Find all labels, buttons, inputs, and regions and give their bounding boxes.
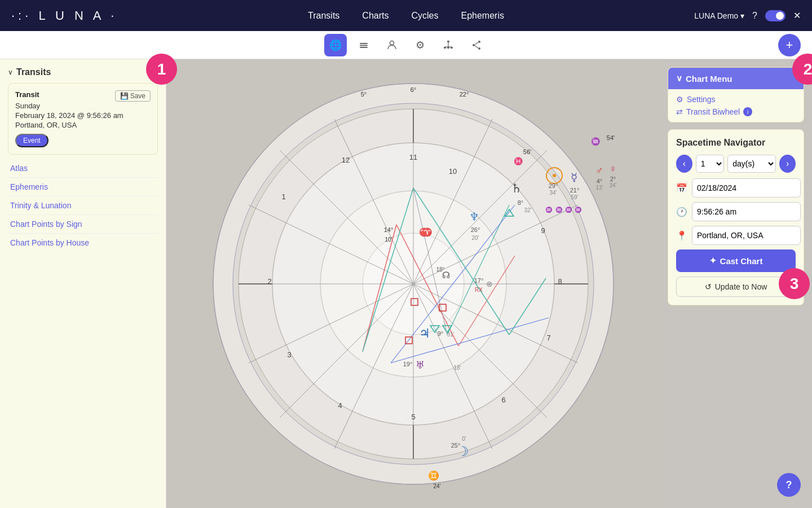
chart-menu-settings[interactable]: ⚙ Settings [676, 95, 796, 104]
panel-link-atlas[interactable]: Atlas [8, 159, 158, 178]
location-input[interactable] [692, 226, 801, 245]
time-input[interactable] [692, 202, 801, 221]
svg-text:♂: ♂ [595, 165, 603, 176]
svg-text:31': 31' [447, 331, 454, 338]
svg-rect-0 [360, 43, 368, 44]
svg-text:7: 7 [546, 334, 550, 342]
chevron-icon: ∨ [8, 68, 13, 76]
svg-text:17°: 17° [474, 277, 483, 284]
svg-text:18°: 18° [436, 266, 444, 273]
settings-icon: ⚙ [676, 95, 683, 104]
chart-area: 11 10 9 8 7 6 5 4 3 2 1 12 6° 22° 5° ♄ 8… [166, 59, 660, 508]
biwheel-info-icon[interactable]: i [743, 107, 752, 116]
svg-text:RX: RX [475, 287, 483, 293]
svg-text:5°: 5° [360, 91, 367, 98]
panel-link-trinity[interactable]: Trinity & Lunation [8, 196, 158, 215]
svg-text:6°: 6° [410, 86, 416, 93]
toolbar-share[interactable] [465, 34, 488, 56]
chart-menu-card: ∨ Chart Menu ⚙ Settings ⇄ Transit Biwhee… [668, 67, 804, 122]
nav-ephemeris[interactable]: Ephemeris [461, 11, 504, 21]
svg-text:56': 56' [523, 148, 531, 155]
card-label: Transit [15, 90, 39, 99]
cast-chart-button[interactable]: ✦ Cast Chart [676, 249, 796, 272]
astrology-chart: 11 10 9 8 7 6 5 4 3 2 1 12 6° 22° 5° ♄ 8… [205, 75, 622, 493]
svg-rect-4 [447, 41, 449, 42]
svg-text:26°: 26° [470, 226, 480, 233]
panel-link-ephemeris[interactable]: Ephemeris [8, 178, 158, 196]
svg-text:8°: 8° [517, 199, 523, 206]
save-button[interactable]: 💾 Save [115, 90, 151, 102]
update-icon: ↺ [705, 282, 712, 291]
svg-text:♃: ♃ [419, 326, 430, 340]
svg-text:5: 5 [411, 413, 415, 421]
svg-text:34': 34' [549, 190, 557, 196]
svg-text:9: 9 [541, 226, 545, 235]
update-to-now-button[interactable]: ↺ Update to Now [676, 277, 796, 297]
chart-menu-header: ∨ Chart Menu [668, 68, 804, 89]
svg-text:2°: 2° [610, 176, 616, 182]
svg-point-3 [390, 41, 394, 45]
step-unit-select[interactable]: day(s)week(s)month(s)year(s) [727, 155, 776, 173]
toolbar-person[interactable] [381, 34, 403, 56]
chart-menu-chevron: ∨ [676, 73, 682, 84]
nav-transits[interactable]: Transits [308, 11, 339, 21]
svg-text:25°: 25° [451, 442, 460, 449]
svg-text:8: 8 [558, 277, 562, 286]
svg-text:13': 13' [595, 185, 603, 191]
toolbar-layers[interactable] [352, 34, 375, 56]
panel-header: ∨ Transits [8, 67, 158, 77]
chart-menu-biwheel[interactable]: ⇄ Transit Biwheel i [676, 107, 796, 116]
svg-text:♒: ♒ [545, 206, 553, 213]
toolbar-gear[interactable]: ⚙ [409, 34, 431, 56]
svg-text:3: 3 [287, 351, 291, 359]
step-number-select[interactable]: 1235 [696, 155, 724, 173]
left-panel: 1 ∨ Transits Transit 💾 Save Sunday Febru… [0, 59, 166, 508]
svg-text:12: 12 [341, 156, 349, 164]
svg-text:♄: ♄ [511, 181, 522, 195]
nav-charts[interactable]: Charts [362, 11, 389, 21]
toolbar-globe[interactable]: 🌐 [324, 34, 347, 56]
event-badge-button[interactable]: Event [15, 134, 48, 147]
date-row: 📅 [676, 178, 796, 198]
svg-text:♓: ♓ [514, 156, 523, 166]
svg-text:♒: ♒ [555, 206, 563, 213]
svg-text:54': 54' [606, 134, 614, 141]
svg-text:♒: ♒ [565, 206, 572, 213]
cast-chart-icon: ✦ [709, 256, 717, 266]
svg-point-12 [473, 44, 475, 46]
svg-text:10: 10 [448, 167, 456, 176]
help-nav-icon[interactable]: ? [752, 11, 757, 21]
theme-toggle[interactable] [765, 10, 785, 21]
transit-card: Transit 💾 Save Sunday February 18, 2024 … [8, 83, 158, 155]
toolbar-hierarchy[interactable] [437, 34, 460, 56]
time-row: 🕐 [676, 202, 796, 221]
date-input[interactable] [692, 178, 801, 198]
panel-link-chart-points-sign[interactable]: Chart Points by Sign [8, 215, 158, 234]
svg-text:♅: ♅ [416, 360, 425, 371]
step-controls: ‹ 1235 day(s)week(s)month(s)year(s) › [676, 155, 796, 173]
fullscreen-icon[interactable]: ✕ [793, 10, 801, 21]
panel-link-chart-points-house[interactable]: Chart Points by House [8, 234, 158, 252]
top-nav: ·:· L U N A · Transits Charts Cycles Eph… [0, 0, 812, 31]
nav-right: LUNA Demo ▾ ? ✕ [694, 10, 801, 21]
help-button[interactable]: ? [777, 473, 801, 497]
step-back-button[interactable]: ‹ [676, 155, 692, 173]
svg-text:4°: 4° [596, 178, 602, 185]
svg-text:0': 0' [462, 436, 466, 442]
badge-3: 3 [779, 268, 810, 299]
svg-text:2: 2 [267, 277, 271, 286]
svg-text:18': 18' [453, 365, 461, 371]
biwheel-icon: ⇄ [676, 107, 683, 116]
step-forward-button[interactable]: › [779, 155, 796, 173]
svg-text:21°: 21° [570, 187, 579, 194]
svg-text:♆: ♆ [469, 211, 479, 223]
user-menu-button[interactable]: LUNA Demo ▾ [694, 11, 744, 20]
add-chart-button[interactable]: + [778, 34, 801, 56]
card-location: Portland, OR, USA [15, 121, 151, 129]
clock-icon: 🕐 [676, 207, 687, 217]
svg-text:29°: 29° [548, 182, 558, 189]
nav-cycles[interactable]: Cycles [411, 11, 438, 21]
chart-menu-title: Chart Menu [686, 74, 732, 84]
svg-text:11: 11 [409, 153, 417, 161]
panel-title: Transits [16, 67, 51, 77]
